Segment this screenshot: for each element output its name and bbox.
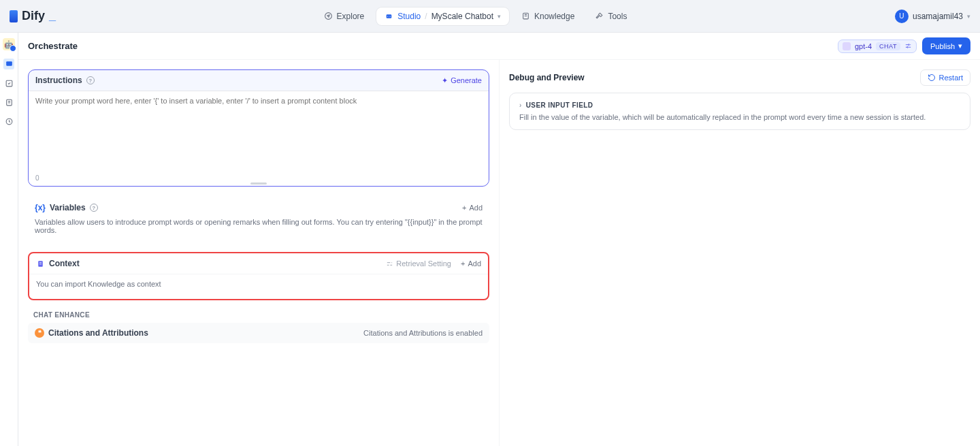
chevron-right-icon: ›	[519, 101, 522, 109]
context-head: Context Retrieval Setting + Add	[29, 253, 488, 274]
hammer-icon	[595, 12, 604, 20]
chat-enhance-label: CHAT ENHANCE	[33, 311, 484, 319]
logo-mark-icon	[10, 10, 18, 22]
nav-knowledge-label: Knowledge	[534, 12, 574, 21]
debug-title: Debug and Preview	[509, 73, 585, 82]
restart-button[interactable]: Restart	[920, 69, 970, 86]
variables-card: {x} Variables ? + Add Variables allow us…	[28, 197, 489, 241]
instructions-editor: 0	[29, 91, 489, 186]
generate-label: Generate	[451, 76, 482, 84]
user-input-card[interactable]: › USER INPUT FIELD Fill in the value of …	[509, 93, 970, 130]
svg-rect-1	[387, 14, 392, 18]
citations-row[interactable]: ❝ Citations and Attributions Citations a…	[28, 323, 489, 343]
shell: 🤖 Orchestrate gpt-4 CHAT Publish ▾	[0, 33, 980, 446]
sidebar: 🤖	[0, 33, 18, 446]
svg-rect-5	[6, 61, 12, 66]
add-context-label: Add	[468, 259, 481, 268]
nav-explore[interactable]: Explore	[316, 7, 373, 25]
context-description: You can import Knowledge as context	[29, 274, 488, 288]
citations-title: Citations and Attributions	[48, 328, 148, 338]
nav-center: Explore Studio / MyScale Chatbot ▾ Knowl…	[316, 7, 636, 25]
user-input-description: Fill in the value of the variable, which…	[519, 113, 960, 121]
user-menu[interactable]: U usamajamil43 ▾	[895, 10, 970, 23]
model-selector[interactable]: gpt-4 CHAT	[838, 39, 917, 53]
sidebar-api-icon[interactable]	[3, 78, 14, 89]
svg-point-0	[325, 13, 331, 20]
split: Instructions ? ✦ Generate 0	[18, 60, 980, 446]
debug-header: Debug and Preview Restart	[509, 69, 970, 86]
compass-icon	[324, 12, 333, 20]
nav-right: U usamajamil43 ▾	[895, 10, 970, 23]
document-icon	[36, 259, 45, 268]
settings-icon	[386, 260, 393, 268]
cursor-icon: _	[49, 9, 56, 23]
instructions-input[interactable]	[35, 97, 482, 172]
resize-handle-icon[interactable]	[250, 182, 267, 185]
user-name: usamajamil43	[913, 12, 963, 21]
svg-point-9	[908, 44, 909, 46]
citations-status: Citations and Attributions is enabled	[363, 329, 483, 337]
chevron-down-icon: ▾	[958, 42, 962, 50]
add-variable-button[interactable]: + Add	[462, 204, 483, 212]
model-provider-icon	[843, 42, 851, 50]
refresh-icon	[928, 74, 936, 82]
app-avatar-icon[interactable]: 🤖	[3, 38, 15, 50]
nav-knowledge[interactable]: Knowledge	[513, 7, 583, 25]
sidebar-orchestrate-icon[interactable]	[3, 59, 14, 69]
sparkle-icon: ✦	[442, 76, 448, 85]
add-variable-label: Add	[469, 204, 483, 212]
book-icon	[521, 12, 530, 20]
svg-point-2	[387, 16, 388, 16]
model-name: gpt-4	[855, 42, 872, 50]
header-actions: gpt-4 CHAT Publish ▾	[838, 37, 970, 54]
svg-rect-12	[39, 262, 42, 263]
nav-studio-label: Studio	[397, 12, 421, 21]
publish-button[interactable]: Publish ▾	[922, 37, 970, 54]
sidebar-logs-icon[interactable]	[3, 97, 14, 108]
generate-button[interactable]: ✦ Generate	[442, 76, 482, 85]
robot-icon	[385, 12, 393, 20]
add-context-button[interactable]: + Add	[461, 259, 481, 268]
variables-title: Variables	[50, 203, 86, 212]
variables-head: {x} Variables ? + Add	[28, 197, 489, 218]
sidebar-overview-icon[interactable]	[3, 116, 14, 127]
left-panel: Instructions ? ✦ Generate 0	[18, 60, 500, 446]
page-header: Orchestrate gpt-4 CHAT Publish ▾	[18, 33, 980, 60]
model-badge: CHAT	[876, 42, 900, 50]
context-actions: Retrieval Setting + Add	[386, 259, 481, 268]
retrieval-setting-button[interactable]: Retrieval Setting	[386, 259, 451, 268]
sliders-icon	[904, 42, 912, 50]
help-icon[interactable]: ?	[90, 204, 98, 212]
nav-explore-label: Explore	[337, 12, 365, 21]
retrieval-label: Retrieval Setting	[396, 259, 451, 268]
brand-logo[interactable]: Dify_	[10, 9, 56, 23]
brand-name: Dify	[22, 9, 45, 23]
context-card: Context Retrieval Setting + Add	[28, 252, 489, 300]
nav-app-name: MyScale Chatbot	[431, 12, 493, 21]
chevron-down-icon: ▾	[967, 13, 970, 20]
main: Orchestrate gpt-4 CHAT Publish ▾	[18, 33, 980, 446]
svg-rect-13	[39, 264, 42, 264]
context-title: Context	[49, 259, 80, 268]
page-title: Orchestrate	[28, 41, 78, 51]
instructions-title: Instructions	[35, 76, 82, 85]
plus-icon: +	[462, 204, 466, 212]
user-input-title: USER INPUT FIELD	[526, 101, 593, 109]
char-counter: 0	[35, 174, 39, 182]
nav-studio[interactable]: Studio / MyScale Chatbot ▾	[376, 7, 509, 25]
right-panel: Debug and Preview Restart › USER INPUT F…	[500, 60, 980, 446]
nav-tools[interactable]: Tools	[587, 7, 635, 25]
instructions-head: Instructions ? ✦ Generate	[29, 70, 489, 91]
restart-label: Restart	[939, 74, 963, 82]
nav-tools-label: Tools	[608, 12, 627, 21]
avatar: U	[895, 10, 909, 23]
plus-icon: +	[461, 259, 465, 268]
help-icon[interactable]: ?	[86, 76, 95, 84]
publish-label: Publish	[930, 42, 955, 50]
instructions-card: Instructions ? ✦ Generate 0	[28, 69, 489, 187]
citation-icon: ❝	[35, 328, 44, 338]
braces-icon: {x}	[35, 203, 46, 212]
top-bar: Dify_ Explore Studio / MyScale Chatbot ▾…	[0, 0, 980, 33]
variables-description: Variables allow users to introduce promp…	[28, 218, 489, 241]
chevron-down-icon: ▾	[497, 13, 501, 20]
